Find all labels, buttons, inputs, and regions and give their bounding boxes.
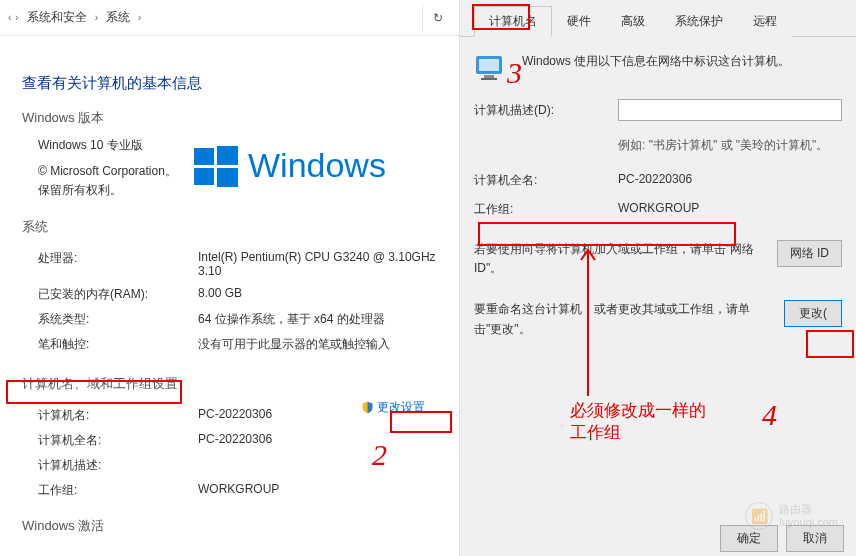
breadcrumb-item[interactable]: 系统 bbox=[100, 5, 136, 30]
breadcrumb-bar: ‹ › 系统和安全 › 系统 › ↻ bbox=[0, 0, 459, 36]
change-settings-label: 更改设置 bbox=[377, 399, 425, 416]
chevron-right-icon: › bbox=[13, 12, 20, 23]
windows-logo-icon bbox=[192, 142, 240, 190]
fullname-value: PC-20220306 bbox=[618, 172, 692, 189]
system-type-row: 系统类型:64 位操作系统，基于 x64 的处理器 bbox=[38, 307, 439, 332]
tab-remote[interactable]: 远程 bbox=[738, 6, 792, 37]
activation-heading: Windows 激活 bbox=[22, 517, 439, 535]
rename-text: 要重命名这台计算机，或者更改其域或工作组，请单击"更改"。 bbox=[474, 300, 776, 338]
watermark-icon: 📶 bbox=[745, 502, 773, 530]
watermark-brand: 路由器 bbox=[779, 503, 838, 516]
computer-name-heading: 计算机名、域和工作组设置 bbox=[22, 375, 439, 393]
breadcrumb-item[interactable]: 系统和安全 bbox=[21, 5, 93, 30]
windows-edition: Windows 10 专业版 bbox=[38, 137, 178, 154]
cpu-row: 处理器:Intel(R) Pentium(R) CPU G3240 @ 3.10… bbox=[38, 246, 439, 282]
chevron-icon: ‹ bbox=[6, 12, 13, 23]
description-example: 例如: "书房计算机" 或 "美玲的计算机"。 bbox=[618, 137, 842, 154]
workgroup-label: 工作组: bbox=[474, 201, 618, 218]
refresh-icon[interactable]: ↻ bbox=[422, 5, 453, 31]
svg-rect-0 bbox=[194, 148, 214, 165]
workgroup-row: 工作组:WORKGROUP bbox=[38, 478, 439, 503]
description-input[interactable] bbox=[618, 99, 842, 121]
tab-system-protection[interactable]: 系统保护 bbox=[660, 6, 738, 37]
pen-touch-row: 笔和触控:没有可用于此显示器的笔或触控输入 bbox=[38, 332, 439, 357]
network-id-text: 若要使用向导将计算机加入域或工作组，请单击"网络 ID"。 bbox=[474, 240, 769, 278]
tab-hardware[interactable]: 硬件 bbox=[552, 6, 606, 37]
info-text: Windows 使用以下信息在网络中标识这台计算机。 bbox=[522, 53, 790, 70]
copyright-text: © Microsoft Corporation。保留所有权利。 bbox=[38, 162, 178, 200]
computer-fullname-row: 计算机全名:PC-20220306 bbox=[38, 428, 439, 453]
tab-computer-name[interactable]: 计算机名 bbox=[474, 6, 552, 37]
svg-rect-7 bbox=[481, 78, 497, 80]
svg-rect-1 bbox=[217, 146, 238, 165]
ram-row: 已安装的内存(RAM):8.00 GB bbox=[38, 282, 439, 307]
system-window: ‹ › 系统和安全 › 系统 › ↻ 查看有关计算机的基本信息 Windows … bbox=[0, 0, 460, 556]
tabs: 计算机名 硬件 高级 系统保护 远程 bbox=[460, 5, 856, 37]
svg-rect-5 bbox=[479, 59, 499, 71]
chevron-right-icon: › bbox=[93, 12, 100, 23]
windows-logo: Windows bbox=[192, 131, 386, 200]
page-title: 查看有关计算机的基本信息 bbox=[22, 74, 439, 93]
description-label: 计算机描述(D): bbox=[474, 102, 618, 119]
network-id-button[interactable]: 网络 ID bbox=[777, 240, 842, 267]
tab-advanced[interactable]: 高级 bbox=[606, 6, 660, 37]
workgroup-value: WORKGROUP bbox=[618, 201, 699, 218]
svg-rect-6 bbox=[484, 75, 494, 78]
windows-wordmark: Windows bbox=[248, 146, 386, 185]
computer-icon bbox=[474, 53, 510, 83]
system-properties-dialog: 计算机名 硬件 高级 系统保护 远程 Windows 使用以下信息在网络中标识这… bbox=[460, 0, 856, 556]
breadcrumb[interactable]: › 系统和安全 › 系统 › bbox=[13, 5, 143, 30]
shield-icon bbox=[361, 401, 374, 414]
system-heading: 系统 bbox=[22, 218, 439, 236]
windows-version-heading: Windows 版本 bbox=[22, 109, 439, 127]
change-settings-link[interactable]: 更改设置 bbox=[361, 399, 425, 416]
watermark-url: luyouqi.com bbox=[779, 516, 838, 529]
svg-rect-2 bbox=[194, 168, 214, 185]
svg-rect-3 bbox=[217, 168, 238, 187]
change-button[interactable]: 更改( bbox=[784, 300, 842, 327]
chevron-right-icon: › bbox=[136, 12, 143, 23]
watermark: 📶 路由器 luyouqi.com bbox=[745, 502, 838, 530]
fullname-label: 计算机全名: bbox=[474, 172, 618, 189]
computer-desc-row: 计算机描述: bbox=[38, 453, 439, 478]
